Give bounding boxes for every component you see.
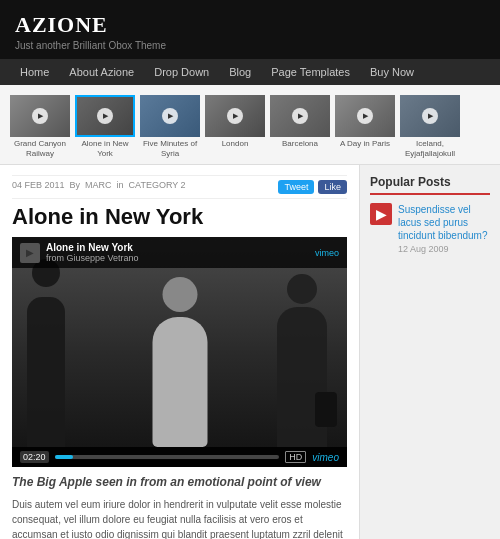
thumb-label: Alone in New York bbox=[75, 139, 135, 158]
post-title: Alone in New York bbox=[12, 205, 347, 229]
video-title-block: Alone in New York from Giuseppe Vetrano bbox=[46, 242, 139, 263]
post-body: Duis autem vel eum iriure dolor in hendr… bbox=[12, 497, 347, 539]
post-category: CATEGORY 2 bbox=[129, 180, 186, 190]
sidebar-post-date: 12 Aug 2009 bbox=[398, 244, 490, 254]
nav-home[interactable]: Home bbox=[10, 59, 59, 85]
thumb-iceland[interactable]: Iceland, Eyjafjallajokull bbox=[400, 95, 460, 158]
hd-badge: HD bbox=[285, 451, 306, 463]
content-area: 04 FEB 2011 By MARC in CATEGORY 2 Tweet … bbox=[0, 165, 500, 539]
navigation: Home About Azione Drop Down Blog Page Te… bbox=[0, 59, 500, 85]
thumb-syria[interactable]: Five Minutes of Syria bbox=[140, 95, 200, 158]
post-by: By bbox=[70, 180, 81, 190]
post-author: MARC bbox=[85, 180, 112, 190]
sidebar-post-content: Suspendisse vel lacus sed purus tincidun… bbox=[398, 203, 490, 254]
sidebar-post-title[interactable]: Suspendisse vel lacus sed purus tincidun… bbox=[398, 203, 490, 242]
play-icon: ▶ bbox=[376, 206, 387, 222]
main-content: 04 FEB 2011 By MARC in CATEGORY 2 Tweet … bbox=[0, 165, 360, 539]
nav-dropdown[interactable]: Drop Down bbox=[144, 59, 219, 85]
subtitle-text: The Big Apple seen in from an emotional … bbox=[12, 475, 321, 489]
nav-page-templates[interactable]: Page Templates bbox=[261, 59, 360, 85]
thumb-label: Barcelona bbox=[270, 139, 330, 149]
video-info-bar: ▶ Alone in New York from Giuseppe Vetran… bbox=[12, 237, 347, 268]
video-player[interactable]: ▶ Alone in New York from Giuseppe Vetran… bbox=[12, 237, 347, 467]
progress-fill bbox=[55, 455, 73, 459]
thumb-london[interactable]: London bbox=[205, 95, 265, 158]
sidebar-title: Popular Posts bbox=[370, 175, 490, 195]
progress-bar[interactable] bbox=[55, 455, 280, 459]
video-from: from Giuseppe Vetrano bbox=[46, 253, 139, 263]
post-subtitle: The Big Apple seen in from an emotional … bbox=[12, 475, 347, 489]
nav-buy-now[interactable]: Buy Now bbox=[360, 59, 424, 85]
thumb-barcelona[interactable]: Barcelona bbox=[270, 95, 330, 158]
video-controls[interactable]: 02:20 HD vimeo bbox=[12, 447, 347, 467]
video-thumbnails-row: Grand Canyon Railway Alone in New York F… bbox=[0, 85, 500, 165]
video-avatar: ▶ bbox=[20, 243, 40, 263]
site-tagline: Just another Brilliant Obox Theme bbox=[15, 40, 485, 51]
like-button[interactable]: Like bbox=[318, 180, 347, 194]
thumb-alone-ny[interactable]: Alone in New York bbox=[75, 95, 135, 158]
post-in: in bbox=[117, 180, 124, 190]
sidebar-post-item: ▶ Suspendisse vel lacus sed purus tincid… bbox=[370, 203, 490, 254]
site-title: AZIONE bbox=[15, 12, 485, 38]
nav-about[interactable]: About Azione bbox=[59, 59, 144, 85]
tweet-button[interactable]: Tweet bbox=[278, 180, 314, 194]
vimeo-text: vimeo bbox=[312, 452, 339, 463]
post-date: 04 FEB 2011 bbox=[12, 180, 65, 190]
sidebar-post-thumbnail: ▶ bbox=[370, 203, 392, 225]
post-meta-row: 04 FEB 2011 By MARC in CATEGORY 2 Tweet … bbox=[12, 175, 347, 199]
post-meta: 04 FEB 2011 By MARC in CATEGORY 2 bbox=[12, 180, 186, 190]
video-title-text: Alone in New York bbox=[46, 242, 139, 253]
thumb-grand-canyon[interactable]: Grand Canyon Railway bbox=[10, 95, 70, 158]
nav-blog[interactable]: Blog bbox=[219, 59, 261, 85]
thumb-label: Iceland, Eyjafjallajokull bbox=[400, 139, 460, 158]
social-buttons: Tweet Like bbox=[278, 180, 347, 194]
sidebar: Popular Posts ▶ Suspendisse vel lacus se… bbox=[360, 165, 500, 539]
thumb-label: A Day in Paris bbox=[335, 139, 395, 149]
video-scene bbox=[12, 237, 347, 467]
thumb-label: Five Minutes of Syria bbox=[140, 139, 200, 158]
thumb-label: London bbox=[205, 139, 265, 149]
vimeo-logo: vimeo bbox=[315, 248, 339, 258]
thumb-label: Grand Canyon Railway bbox=[10, 139, 70, 158]
thumb-paris[interactable]: A Day in Paris bbox=[335, 95, 395, 158]
time-display: 02:20 bbox=[20, 451, 49, 463]
site-header: AZIONE Just another Brilliant Obox Theme bbox=[0, 0, 500, 59]
